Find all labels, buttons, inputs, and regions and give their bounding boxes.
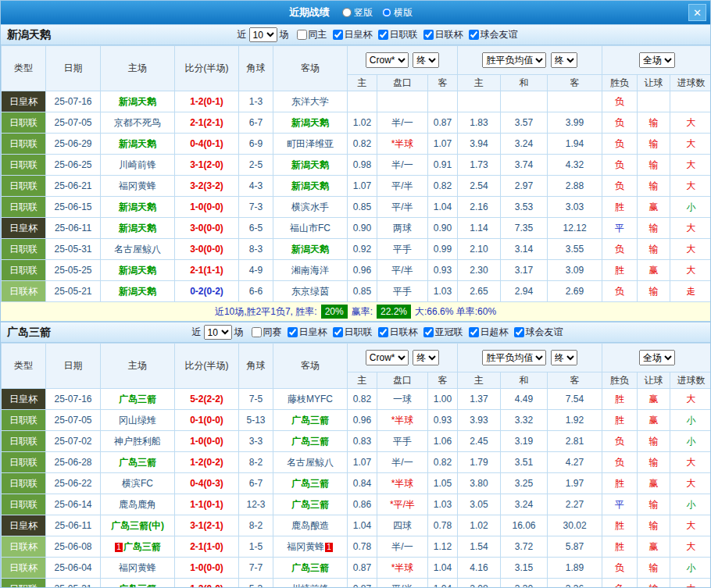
filter-checkbox[interactable] — [423, 30, 434, 40]
summary-bar: 近10场,胜2平1负7, 胜率: 20% 赢率: 22.2% 大:66.6% 单… — [1, 302, 710, 322]
euro-draw-odds-cell: 7.35 — [501, 218, 548, 239]
handicap-cell: 四球 — [377, 515, 428, 536]
result-wdl-cell: 平 — [602, 494, 638, 515]
corners-cell: 8-2 — [239, 452, 273, 473]
team-name-text: 新潟天鹅 — [291, 159, 329, 170]
corners-cell: 6-9 — [239, 134, 273, 155]
filter-checkbox[interactable] — [378, 327, 388, 337]
bookmaker-select[interactable]: Crow* — [366, 350, 409, 365]
away-team-cell: 福山市FC — [273, 218, 348, 239]
score-cell: 0-4(0-3) — [175, 473, 239, 494]
league-filter[interactable]: 同赛 — [252, 326, 282, 339]
filter-label: 日超杯 — [481, 326, 509, 339]
corners-cell: 5-3 — [239, 579, 273, 588]
asian-home-odds-cell: 1.02 — [348, 112, 377, 134]
filter-checkbox[interactable] — [423, 327, 434, 337]
league-filter[interactable]: 日职联 — [333, 326, 373, 339]
result-wdl-cell: 负 — [602, 134, 638, 155]
euro-time-select[interactable]: 终 — [551, 350, 577, 365]
asian-home-odds-cell — [348, 91, 377, 112]
league-type-cell: 日职联 — [2, 494, 46, 515]
handicap-cell: 平手 — [377, 431, 428, 452]
team-name-text: 广岛三箭 — [291, 436, 329, 447]
league-filter[interactable]: 日超杯 — [469, 326, 509, 339]
league-filter[interactable]: 日皇杯 — [333, 28, 373, 41]
euro-draw-odds-cell: 3.32 — [501, 410, 548, 431]
team-name-text: 新潟天鹅 — [291, 180, 329, 191]
horizontal-layout-radio[interactable] — [382, 8, 391, 17]
match-row: 日职联25-07-02神户胜利船1-0(0-0)3-3广岛三箭0.83平手1.0… — [2, 431, 711, 452]
euro-home-odds-cell: 1.79 — [458, 452, 501, 473]
league-filter[interactable]: 日联杯 — [378, 326, 418, 339]
league-filter[interactable]: 日皇杯 — [288, 326, 327, 339]
handicap-cell: 半/一 — [377, 155, 428, 176]
close-button[interactable]: ✕ — [688, 4, 706, 21]
euro-avg-select[interactable]: 胜平负均值 — [482, 350, 546, 365]
result-handicap-cell — [638, 91, 670, 112]
asian-away-odds-cell: 1.07 — [428, 134, 458, 155]
asian-odds-group: Crow* 终 — [348, 344, 458, 372]
col-away: 客场 — [273, 46, 348, 91]
league-filter[interactable]: 同主 — [297, 28, 327, 41]
handicap-cell: *半球 — [377, 134, 428, 155]
league-filter[interactable]: 日联杯 — [423, 28, 463, 41]
score-cell: 0-4(0-1) — [175, 134, 239, 155]
result-goals-cell: 大 — [670, 155, 711, 176]
filter-checkbox[interactable] — [288, 327, 298, 337]
col-goals: 进球数 — [670, 372, 711, 389]
league-filter[interactable]: 亚冠联 — [423, 326, 463, 339]
euro-home-odds-cell: 3.05 — [458, 494, 501, 515]
section-header: 广岛三箭 近 10 场 同赛日皇杯日职联日联杯亚冠联日超杯球会友谊 — [1, 322, 710, 343]
filter-checkbox[interactable] — [469, 30, 479, 40]
date-cell: 25-06-15 — [46, 197, 101, 218]
filter-bar: 近 10 场 同主日皇杯日职联日联杯球会友谊 — [238, 27, 518, 42]
asian-home-odds-cell: 0.98 — [348, 155, 377, 176]
filter-checkbox[interactable] — [297, 30, 307, 40]
home-team-cell: 广岛三箭(中) — [101, 515, 175, 536]
filter-checkbox[interactable] — [514, 327, 524, 337]
euro-time-select[interactable]: 终 — [551, 52, 577, 68]
filter-checkbox[interactable] — [333, 30, 343, 40]
league-type-cell: 日职联 — [2, 579, 46, 588]
date-cell: 25-07-02 — [46, 431, 101, 452]
horizontal-layout-label: 横版 — [394, 6, 413, 20]
filter-checkbox[interactable] — [378, 30, 388, 40]
score-cell: 1-0(0-0) — [175, 197, 239, 218]
filter-checkbox[interactable] — [252, 327, 262, 337]
filter-checkbox[interactable] — [333, 327, 343, 337]
euro-draw-odds-cell: 3.74 — [501, 155, 548, 176]
match-count-select[interactable]: 10 — [204, 325, 232, 340]
result-handicap-cell: 输 — [638, 558, 670, 579]
match-row: 日联杯25-06-081广岛三箭2-1(1-0)1-5福冈黄蜂10.78半/一1… — [2, 536, 711, 558]
layout-horizontal-option[interactable]: 横版 — [382, 6, 413, 20]
league-filter[interactable]: 日职联 — [378, 28, 418, 41]
euro-away-odds-cell: 1.92 — [548, 410, 602, 431]
result-goals-cell: 小 — [670, 197, 711, 218]
result-wdl-cell: 胜 — [602, 197, 638, 218]
date-cell: 25-06-28 — [46, 452, 101, 473]
vertical-layout-radio[interactable] — [342, 8, 352, 17]
matches-table: 类型 日期 主场 比分(半场) 角球 客场 Crow* 终 胜平负均值 终 — [1, 45, 711, 302]
odds-time-select[interactable]: 终 — [413, 350, 439, 365]
asian-home-odds-cell: 0.87 — [348, 558, 377, 579]
result-handicap-cell: 赢 — [638, 389, 670, 410]
odds-time-select[interactable]: 终 — [413, 52, 439, 68]
layout-vertical-option[interactable]: 竖版 — [342, 6, 373, 20]
league-filter[interactable]: 球会友谊 — [514, 326, 563, 339]
filter-checkbox[interactable] — [469, 327, 479, 337]
scope-select[interactable]: 全场 — [639, 52, 675, 68]
bookmaker-select[interactable]: Crow* — [366, 52, 409, 68]
euro-home-odds-cell: 2.30 — [458, 260, 501, 281]
result-wdl-cell: 负 — [602, 281, 638, 302]
euro-avg-select[interactable]: 胜平负均值 — [482, 52, 546, 68]
away-team-cell: 新潟天鹅 — [273, 176, 348, 197]
match-row: 日职联25-05-31名古屋鲸八3-0(0-0)8-3新潟天鹅0.92平手0.9… — [2, 239, 711, 260]
league-filter[interactable]: 球会友谊 — [469, 28, 518, 41]
euro-away-odds-cell: 4.27 — [548, 452, 602, 473]
scope-select[interactable]: 全场 — [639, 350, 675, 365]
match-count-select[interactable]: 10 — [249, 27, 277, 42]
euro-away-odds-cell: 30.02 — [548, 515, 602, 536]
result-handicap-cell: 赢 — [638, 260, 670, 281]
score-cell: 1-2(0-2) — [175, 452, 239, 473]
euro-home-odds-cell: 1.83 — [458, 112, 501, 134]
